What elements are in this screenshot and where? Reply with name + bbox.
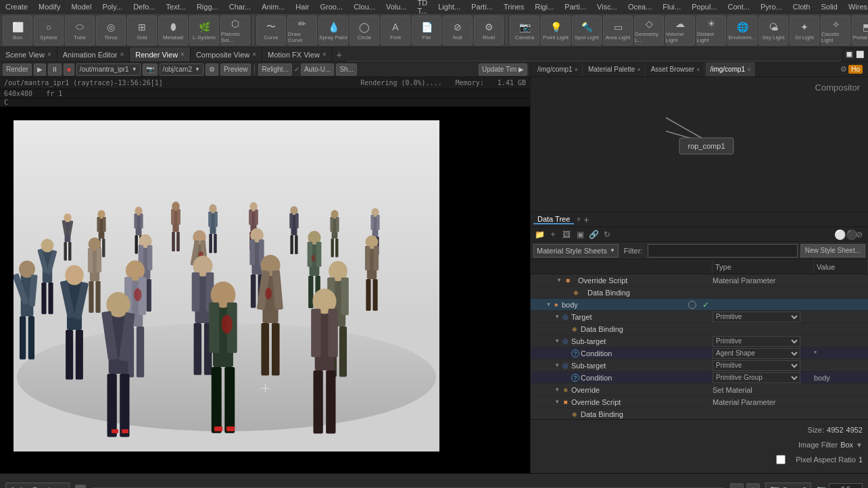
menu-tdt[interactable]: TD T...: [415, 0, 431, 15]
dt-icon-add[interactable]: +: [547, 228, 559, 241]
filter-input[interactable]: [648, 244, 797, 258]
active-render-close-btn[interactable]: ×: [75, 485, 86, 489]
top-right-tab-img1[interactable]: /img/comp1 ×: [533, 62, 583, 76]
tree-row-condition-1[interactable]: ? Condition Agent Shape *: [531, 347, 868, 360]
tree-expand-override[interactable]: ▼: [554, 386, 561, 394]
menu-visc[interactable]: Visc...: [594, 3, 620, 11]
top-right-tab-asset[interactable]: Asset Browser ×: [647, 62, 705, 76]
tab-render-view[interactable]: Render View ×: [130, 47, 191, 62]
menu-defo[interactable]: Defo...: [130, 3, 158, 11]
toolbar-btn-pointlight[interactable]: 💡 Point Light: [541, 16, 571, 45]
top-right-tab-asset-close[interactable]: ×: [696, 66, 700, 73]
toolbar-btn-circle[interactable]: ◯ Circle: [349, 16, 379, 45]
menu-wires[interactable]: Wires: [846, 3, 868, 11]
menu-parti2[interactable]: Parti...: [562, 3, 589, 11]
menu-cont[interactable]: Cont...: [725, 3, 752, 11]
tree-expand-subtarget-1[interactable]: ▼: [554, 337, 561, 345]
data-tree-tab-close[interactable]: ×: [577, 216, 581, 223]
preview-button[interactable]: Preview: [220, 64, 251, 76]
toolbar-btn-geomlight[interactable]: ◇ Geometry L...: [634, 16, 664, 45]
menu-text[interactable]: Text...: [164, 3, 189, 11]
toolbar-btn-spotlight[interactable]: 🔦 Spot Light: [572, 16, 602, 45]
tree-expand-db3[interactable]: [562, 410, 571, 418]
update-time-button[interactable]: Update Tim ▶: [479, 64, 527, 76]
tree-check-body[interactable]: ✓: [702, 300, 709, 310]
menu-cloth[interactable]: Cloth: [790, 3, 813, 11]
menu-groo[interactable]: Groo...: [318, 3, 346, 11]
toolbar-btn-grid[interactable]: ⊞ Grid: [127, 16, 157, 45]
data-tree-content[interactable]: ▼ ■ Override Script Material Parameter ◆…: [531, 274, 868, 419]
toolbar-btn-sphere[interactable]: ○ Sphere: [34, 16, 64, 45]
menu-anim[interactable]: Anim...: [259, 3, 287, 11]
dt-icon-link[interactable]: 🔗: [587, 228, 600, 241]
auto-update-button[interactable]: Auto-U...: [301, 64, 334, 76]
frame-value[interactable]: 0.5: [829, 483, 863, 489]
menu-create[interactable]: Create: [3, 3, 30, 11]
tree-row-data-binding-3[interactable]: ◆ Data Binding: [531, 408, 868, 419]
toolbar-btn-spray[interactable]: 💧 Spray Paint: [318, 16, 348, 45]
tab-composite-view-close[interactable]: ×: [252, 51, 256, 58]
style-sheets-dropdown[interactable]: Material Style Sheets ▼: [533, 244, 619, 258]
top-right-tab-material[interactable]: Material Palette ×: [584, 62, 646, 76]
tree-row-data-binding-2[interactable]: ◆ Data Binding: [531, 323, 868, 335]
menu-rigg[interactable]: Rigg...: [194, 3, 221, 11]
render-stop-btn[interactable]: ■: [64, 64, 74, 76]
toolbar-btn-skylight[interactable]: 🌤 Sky Light: [758, 16, 788, 45]
toolbar-btn-file[interactable]: 📄 File: [412, 16, 441, 45]
tree-radio-body[interactable]: [688, 301, 696, 309]
snap-dropdown[interactable]: 📷 Snap 2: [765, 483, 811, 489]
menu-solid[interactable]: Solid: [818, 3, 840, 11]
render-settings-btn[interactable]: ⚙: [206, 64, 218, 76]
toolbar-btn-vollight[interactable]: ☁ Volume Light: [665, 16, 695, 45]
tab-render-view-close[interactable]: ×: [180, 51, 185, 58]
menu-volu[interactable]: Volu...: [383, 3, 410, 11]
menu-popul[interactable]: Popul...: [689, 3, 719, 11]
top-right-tab-img2[interactable]: /img/comp1 ×: [706, 62, 755, 76]
toolbar-btn-camera[interactable]: 📷 Camera: [510, 16, 539, 45]
tree-type-subtarget-2-select[interactable]: Primitive: [713, 360, 800, 371]
tree-expand-condition-2[interactable]: [563, 374, 571, 382]
tree-type-target-select[interactable]: Primitive: [713, 312, 800, 322]
menu-clou[interactable]: Clou...: [351, 3, 378, 11]
dt-icon-filter[interactable]: ▣: [574, 228, 586, 241]
dt-icon-img[interactable]: 🖼: [560, 228, 573, 241]
toolbar-btn-caustic[interactable]: ⟡ Caustic Light: [821, 16, 850, 45]
menu-pyro[interactable]: Pyro...: [758, 3, 785, 11]
tree-row-override[interactable]: ▼ ■ Override Set Material: [531, 384, 868, 396]
toolbar-btn-arealight[interactable]: ▭ Area Light: [603, 16, 633, 45]
top-right-tab-material-close[interactable]: ×: [637, 66, 640, 73]
new-style-sheet-button[interactable]: New Style Sheet...: [800, 244, 865, 258]
tree-expand-body[interactable]: ▼: [545, 301, 552, 309]
toolbar-btn-distlight[interactable]: ☀ Distant Light: [696, 16, 726, 45]
render-path-dropdown[interactable]: /out/mantra_ipr1 ▼: [76, 64, 141, 76]
toolbar-btn-curve[interactable]: 〜 Curve: [256, 16, 286, 45]
tree-expand-override-script-2[interactable]: ▼: [554, 398, 561, 406]
data-tree-tab[interactable]: Data Tree: [533, 215, 574, 224]
tree-expand-target[interactable]: ▼: [554, 313, 561, 321]
menu-poly[interactable]: Poly...: [99, 3, 125, 11]
menu-modify[interactable]: Modify: [36, 3, 63, 11]
dt-icon-color-circles[interactable]: ⚪⚫: [840, 228, 852, 241]
dt-icon-refresh[interactable]: ↻: [601, 228, 613, 241]
relight-button[interactable]: Relight...: [258, 64, 291, 76]
tree-type-condition-2-select[interactable]: Primitive Group: [713, 372, 800, 383]
render-cam-icon[interactable]: 📷: [143, 64, 158, 76]
tab-animation-editor-close[interactable]: ×: [120, 51, 124, 58]
render-viewport[interactable]: [0, 107, 530, 473]
tree-row-override-script-2[interactable]: ▼ ■ Override Script Material Parameter: [531, 396, 868, 408]
tree-type-subtarget-1-select[interactable]: Primitive: [713, 336, 800, 347]
dt-icon-folder[interactable]: 📁: [533, 228, 546, 241]
sh-button[interactable]: Sh...: [336, 64, 357, 76]
tree-row-data-binding-1[interactable]: ◆ Data Binding: [531, 287, 868, 299]
timeline-minus-btn[interactable]: −: [730, 483, 744, 489]
toolbar-btn-metaball[interactable]: ⬮ Metaball: [158, 16, 188, 45]
menu-light[interactable]: Light...: [435, 3, 463, 11]
menu-char[interactable]: Char...: [226, 3, 254, 11]
tab-motion-fx[interactable]: Motion FX View ×: [262, 47, 333, 62]
top-right-tab-img1-close[interactable]: ×: [575, 66, 578, 73]
menu-ocea[interactable]: Ocea...: [625, 3, 654, 11]
toolbar-btn-lsystem[interactable]: 🌿 L-System: [189, 16, 219, 45]
toolbar-btn-tube[interactable]: ⬭ Tube: [65, 16, 95, 45]
menu-hair[interactable]: Hair: [293, 3, 312, 11]
menu-trines[interactable]: Trines: [501, 3, 527, 11]
